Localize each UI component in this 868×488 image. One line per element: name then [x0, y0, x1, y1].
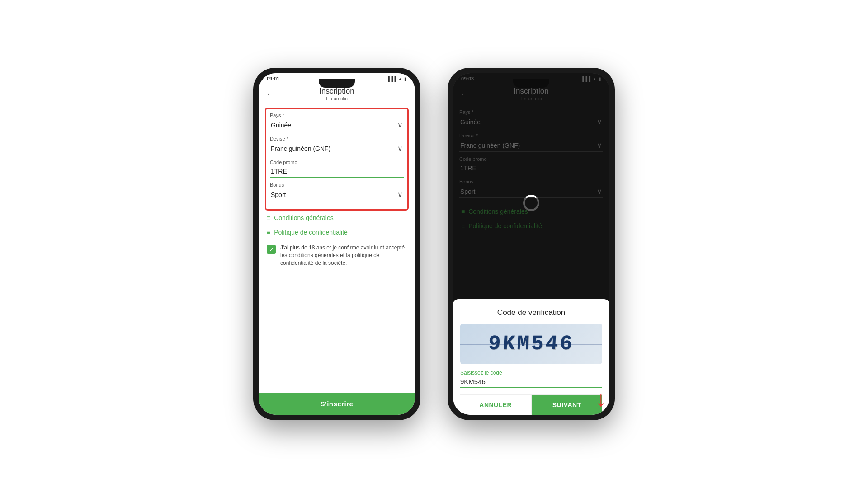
right-phone: 09:03 ▐▐▐ ▲ ▮ ← Inscription En un clic P… [448, 68, 615, 420]
bonus-select[interactable]: Sport ∨ [270, 188, 404, 201]
conditions-link[interactable]: ≡ Conditions générales [265, 211, 409, 225]
check-icon: ✓ [269, 246, 274, 253]
devise-value: Franc guinéen (GNF) [271, 145, 330, 152]
saisir-label: Saisissez le code [460, 370, 602, 376]
screen-header-left: ← Inscription En un clic [259, 83, 415, 104]
modal-buttons: ANNULER SUIVANT [460, 394, 602, 415]
wifi-icon: ▲ [398, 76, 402, 81]
politique-text: Politique de confidentialité [274, 229, 348, 236]
loading-spinner [523, 195, 539, 211]
battery-icon: ▮ [404, 76, 407, 81]
code-promo-input[interactable] [270, 166, 404, 178]
pays-select[interactable]: Guinée ∨ [270, 119, 404, 131]
bonus-label: Bonus [270, 182, 404, 188]
politique-icon: ≡ [267, 229, 270, 236]
modal-code-value[interactable]: 9KM546 [460, 378, 602, 385]
spinner-overlay [523, 195, 539, 211]
code-promo-label: Code promo [270, 160, 404, 165]
devise-label: Devise * [270, 136, 404, 141]
next-button[interactable]: SUIVANT [532, 395, 603, 415]
form-section-left: Pays * Guinée ∨ Devise * Franc guinéen (… [259, 104, 415, 393]
verification-modal: Code de vérification 9KM546 Saisissez le… [453, 299, 609, 415]
politique-link[interactable]: ≡ Politique de confidentialité [265, 225, 409, 239]
red-arrow-icon: ↓ [595, 387, 607, 410]
status-bar: 09:01 ▐▐▐ ▲ ▮ [259, 73, 415, 83]
page-title-left: Inscription [319, 87, 354, 96]
devise-select[interactable]: Franc guinéen (GNF) ∨ [270, 142, 404, 155]
code-promo-field: Code promo [270, 160, 404, 178]
captcha-image: 9KM546 [460, 324, 602, 364]
page-subtitle-left: En un clic [319, 96, 354, 101]
form-box-red: Pays * Guinée ∨ Devise * Franc guinéen (… [265, 108, 409, 211]
submit-button-left[interactable]: S'inscrire [259, 393, 415, 415]
pays-value: Guinée [271, 122, 291, 129]
conditions-text: Conditions générales [274, 214, 334, 221]
bonus-value: Sport [271, 191, 286, 198]
devise-chevron: ∨ [397, 144, 403, 153]
checkbox-row: ✓ J'ai plus de 18 ans et je confirme avo… [265, 239, 409, 271]
checkbox[interactable]: ✓ [267, 245, 276, 254]
pays-field: Pays * Guinée ∨ [270, 113, 404, 131]
cancel-button[interactable]: ANNULER [460, 395, 532, 415]
checkbox-text: J'ai plus de 18 ans et je confirme avoir… [280, 244, 407, 267]
time-left: 09:01 [267, 76, 279, 81]
bonus-field: Bonus Sport ∨ [270, 182, 404, 201]
left-phone: 09:01 ▐▐▐ ▲ ▮ ← Inscription En un clic P… [253, 68, 420, 420]
captcha-code: 9KM546 [488, 332, 575, 356]
devise-field: Devise * Franc guinéen (GNF) ∨ [270, 136, 404, 155]
status-icons: ▐▐▐ ▲ ▮ [387, 76, 407, 81]
bonus-chevron: ∨ [397, 190, 403, 199]
pays-chevron: ∨ [397, 121, 403, 129]
signal-icon: ▐▐▐ [387, 76, 396, 81]
modal-title: Code de vérification [460, 308, 602, 317]
modal-input-row: 9KM546 ↓ [460, 378, 602, 388]
pays-label: Pays * [270, 113, 404, 118]
back-arrow-left[interactable]: ← [266, 89, 274, 99]
conditions-icon: ≡ [267, 214, 270, 221]
